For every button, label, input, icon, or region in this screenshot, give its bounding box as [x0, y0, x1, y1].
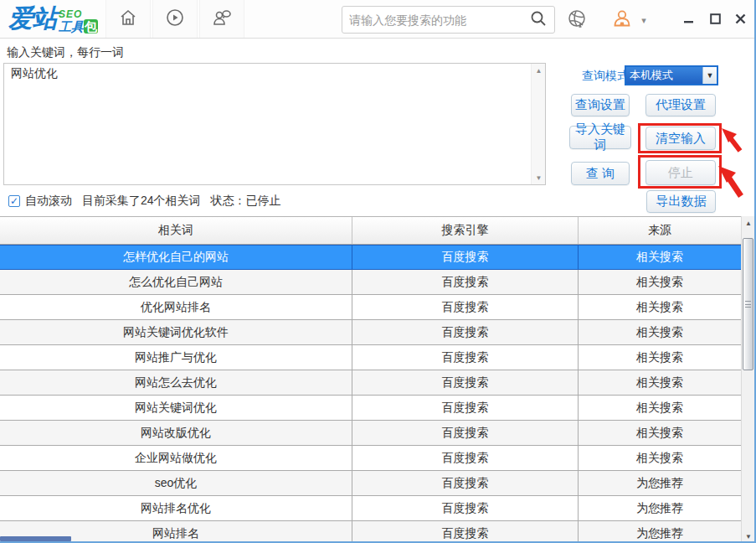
close-button[interactable]: [730, 12, 750, 28]
table-row[interactable]: 怎么优化自己网站百度搜索相关搜索: [0, 270, 741, 295]
cell-keyword[interactable]: 企业网站做优化: [0, 446, 352, 470]
annotation-arrow-icon: [720, 127, 743, 157]
query-button[interactable]: 查 询: [571, 162, 630, 185]
cell-engine[interactable]: 百度搜索: [352, 396, 579, 420]
cell-engine[interactable]: 百度搜索: [352, 270, 579, 294]
cell-source[interactable]: 为您推荐: [579, 521, 741, 543]
table-row[interactable]: 网站关键词优化软件百度搜索相关搜索: [0, 320, 741, 345]
scroll-up-icon[interactable]: ▲: [532, 64, 546, 77]
cell-source[interactable]: 相关搜索: [579, 345, 741, 370]
cell-keyword[interactable]: 网站改版优化: [0, 421, 352, 445]
home-button[interactable]: [105, 0, 151, 38]
cell-keyword[interactable]: 网站怎么去优化: [0, 370, 352, 395]
header-keyword[interactable]: 相关词: [0, 217, 352, 244]
table-row[interactable]: 网站改版优化百度搜索相关搜索: [0, 421, 741, 446]
cell-source[interactable]: 相关搜索: [579, 246, 741, 269]
cell-keyword[interactable]: 怎样优化自己的网站: [0, 246, 352, 269]
cell-engine[interactable]: 百度搜索: [352, 421, 579, 445]
table-row[interactable]: 网站怎么去优化百度搜索相关搜索: [0, 370, 741, 396]
minimize-button[interactable]: [678, 12, 698, 28]
collected-count-text: 目前采集了24个相关词: [82, 194, 201, 209]
state-text: 状态：已停止: [211, 194, 281, 209]
keyword-input-label: 输入关键词，每行一词: [7, 45, 124, 60]
network-button[interactable]: [565, 8, 589, 32]
cell-source[interactable]: 相关搜索: [579, 396, 741, 420]
table-row[interactable]: 网站关键词优化百度搜索相关搜索: [0, 396, 741, 421]
cell-source[interactable]: 为您推荐: [579, 471, 741, 495]
table-header-row: 相关词 搜索引擎 来源: [0, 217, 741, 245]
table-row[interactable]: 网站排名优化百度搜索为您推荐: [0, 496, 741, 521]
table-row[interactable]: 怎样优化自己的网站百度搜索相关搜索: [0, 245, 741, 270]
search-icon[interactable]: [529, 9, 548, 31]
cell-engine[interactable]: 百度搜索: [352, 345, 579, 370]
cell-source[interactable]: 相关搜索: [579, 446, 741, 470]
stop-button[interactable]: 停止: [645, 160, 716, 185]
function-search: [342, 6, 555, 34]
query-settings-button[interactable]: 查询设置: [571, 94, 630, 116]
contact-button[interactable]: [199, 0, 244, 38]
header-source[interactable]: 来源: [579, 217, 741, 244]
dropdown-arrow-icon[interactable]: ▼: [702, 67, 717, 84]
video-button[interactable]: [152, 0, 198, 38]
scrollbar-thumb[interactable]: [743, 238, 753, 370]
cell-source[interactable]: 为您推荐: [579, 496, 741, 520]
status-row: ✓ 自动滚动 目前采集了24个相关词 状态：已停止: [8, 194, 291, 209]
query-mode-selected-value: 本机模式: [626, 67, 702, 84]
header-engine[interactable]: 搜索引擎: [352, 217, 579, 244]
cell-engine[interactable]: 百度搜索: [352, 446, 579, 470]
textarea-scrollbar[interactable]: ▲ ▼: [531, 64, 545, 184]
cell-keyword[interactable]: 怎么优化自己网站: [0, 270, 352, 294]
horizontal-scrollbar-thumb[interactable]: [0, 536, 71, 541]
keyword-textarea[interactable]: 网站优化: [4, 64, 531, 184]
scroll-down-icon[interactable]: ▼: [743, 530, 754, 543]
proxy-settings-button[interactable]: 代理设置: [645, 94, 716, 116]
table-row[interactable]: 网站推广与优化百度搜索相关搜索: [0, 345, 741, 370]
app-logo: 爱站 SEO 工具包: [8, 4, 98, 33]
cell-engine[interactable]: 百度搜索: [352, 246, 579, 269]
logo-text-main: 爱站: [8, 4, 57, 33]
maximize-button[interactable]: [705, 12, 725, 28]
table-body: 怎样优化自己的网站百度搜索相关搜索怎么优化自己网站百度搜索相关搜索优化网站排名百…: [0, 245, 741, 543]
scroll-down-icon[interactable]: ▼: [532, 171, 546, 184]
logo-text-sub: 工具包: [59, 20, 98, 33]
minimize-icon: [683, 13, 694, 28]
home-icon: [118, 8, 138, 31]
table-row[interactable]: 优化网站排名百度搜索相关搜索: [0, 295, 741, 320]
cell-engine[interactable]: 百度搜索: [352, 320, 579, 344]
cell-engine[interactable]: 百度搜索: [352, 370, 579, 395]
user-account-button[interactable]: [610, 8, 634, 32]
search-input[interactable]: [349, 13, 529, 27]
table-row[interactable]: 网站排名百度搜索为您推荐: [0, 521, 741, 543]
scrollbar-grip: [745, 301, 751, 308]
cell-engine[interactable]: 百度搜索: [352, 496, 579, 520]
close-icon: [735, 13, 746, 28]
cell-keyword[interactable]: 网站关键词优化软件: [0, 320, 352, 344]
cell-source[interactable]: 相关搜索: [579, 370, 741, 395]
cell-engine[interactable]: 百度搜索: [352, 295, 579, 319]
app-window: 爱站 SEO 工具包: [0, 0, 756, 543]
title-bar: 爱站 SEO 工具包: [0, 0, 754, 39]
cell-engine[interactable]: 百度搜索: [352, 471, 579, 495]
scroll-up-icon[interactable]: ▲: [743, 216, 754, 230]
cell-keyword[interactable]: seo优化: [0, 471, 352, 495]
table-row[interactable]: 企业网站做优化百度搜索相关搜索: [0, 446, 741, 471]
user-menu-caret[interactable]: ▾: [636, 8, 651, 32]
table-vertical-scrollbar[interactable]: ▲ ▼: [741, 216, 754, 543]
cell-keyword[interactable]: 网站排名优化: [0, 496, 352, 520]
cell-source[interactable]: 相关搜索: [579, 320, 741, 344]
query-mode-dropdown[interactable]: 本机模式 ▼: [625, 65, 718, 85]
cell-source[interactable]: 相关搜索: [579, 421, 741, 445]
cell-engine[interactable]: 百度搜索: [352, 521, 579, 543]
cell-keyword[interactable]: 网站关键词优化: [0, 396, 352, 420]
table-row[interactable]: seo优化百度搜索为您推荐: [0, 471, 741, 496]
cell-keyword[interactable]: 优化网站排名: [0, 295, 352, 319]
cell-source[interactable]: 相关搜索: [579, 270, 741, 294]
cell-source[interactable]: 相关搜索: [579, 295, 741, 319]
cell-keyword[interactable]: 网站推广与优化: [0, 345, 352, 370]
import-keywords-button[interactable]: 导入关键词: [569, 126, 631, 149]
clear-input-button[interactable]: 清空输入: [645, 127, 716, 150]
export-data-button[interactable]: 导出数据: [646, 190, 716, 213]
autoscroll-checkbox[interactable]: ✓: [8, 195, 20, 207]
chevron-down-icon: ▾: [641, 15, 646, 26]
results-table: 相关词 搜索引擎 来源 怎样优化自己的网站百度搜索相关搜索怎么优化自己网站百度搜…: [0, 216, 741, 543]
